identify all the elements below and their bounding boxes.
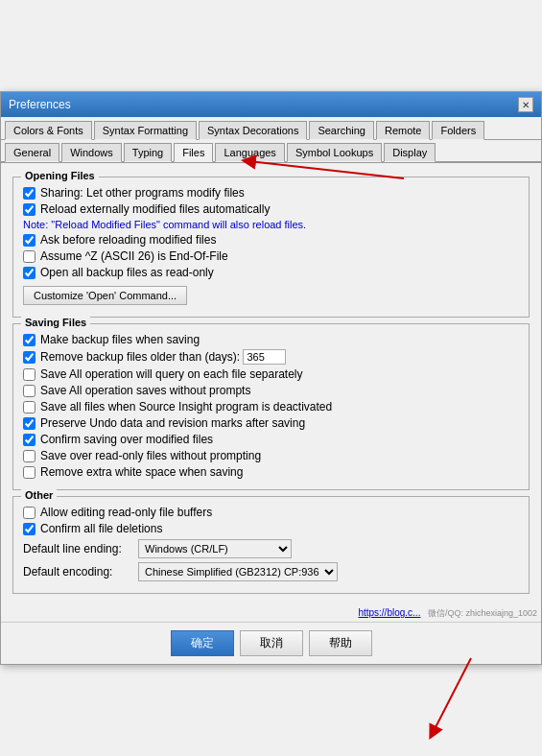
make-backup-label: Make backup files when saving bbox=[40, 333, 200, 346]
make-backup-row: Make backup files when saving bbox=[23, 333, 519, 346]
confirm-saving-label: Confirm saving over modified files bbox=[40, 433, 213, 446]
saveall-noprompt-label: Save All operation saves without prompts bbox=[40, 384, 250, 397]
saveall-deactivated-label: Save all files when Source Insight progr… bbox=[40, 400, 332, 413]
backup-days-input[interactable] bbox=[243, 349, 286, 365]
backup-checkbox[interactable] bbox=[23, 267, 35, 279]
ask-label: Ask before reloading modified files bbox=[40, 233, 216, 247]
customize-open-button[interactable]: Customize 'Open' Command... bbox=[23, 286, 187, 305]
footer: 确定 取消 帮助 bbox=[1, 622, 541, 664]
confirm-button[interactable]: 确定 bbox=[171, 630, 234, 656]
saveall-query-checkbox[interactable] bbox=[23, 368, 35, 381]
sharing-checkbox[interactable] bbox=[23, 187, 35, 200]
assume-row: Assume ^Z (ASCII 26) is End-Of-File bbox=[23, 249, 519, 263]
saveall-query-row: Save All operation will query on each fi… bbox=[23, 367, 519, 381]
ask-checkbox[interactable] bbox=[23, 234, 35, 247]
title-bar: Preferences ✕ bbox=[1, 92, 541, 117]
remove-whitespace-checkbox[interactable] bbox=[23, 466, 35, 479]
encoding-row: Default encoding: Chinese Simplified (GB… bbox=[23, 562, 519, 581]
tab-row-1: Colors & Fonts Syntax Formatting Syntax … bbox=[1, 117, 541, 140]
opening-files-section: Opening Files Sharing: Let other program… bbox=[12, 177, 530, 318]
tab-display[interactable]: Display bbox=[384, 143, 436, 162]
tab-windows[interactable]: Windows bbox=[61, 143, 122, 162]
tab-remote[interactable]: Remote bbox=[376, 121, 431, 140]
tab-syntax-decorations[interactable]: Syntax Decorations bbox=[199, 121, 307, 140]
backup-row: Open all backup files as read-only bbox=[23, 266, 519, 279]
make-backup-checkbox[interactable] bbox=[23, 334, 35, 346]
watermark-text: 微信/QQ: zhichexiajng_1002 bbox=[428, 608, 537, 618]
assume-checkbox[interactable] bbox=[23, 250, 35, 263]
confirm-saving-checkbox[interactable] bbox=[23, 434, 35, 446]
remove-backup-label: Remove backup files older than (days): bbox=[40, 350, 243, 364]
watermark-link[interactable]: https://blog.c... bbox=[358, 607, 420, 618]
saving-files-section: Saving Files Make backup files when savi… bbox=[12, 323, 530, 490]
tab-general[interactable]: General bbox=[5, 143, 59, 162]
saveall-query-label: Save All operation will query on each fi… bbox=[40, 367, 303, 381]
remove-backup-row: Remove backup files older than (days): bbox=[23, 349, 519, 365]
remove-whitespace-row: Remove extra white space when saving bbox=[23, 465, 519, 479]
saving-files-label: Saving Files bbox=[21, 317, 90, 328]
allow-editing-label: Allow editing read-only file buffers bbox=[40, 506, 212, 519]
line-ending-row: Default line ending: Windows (CR/LF) Uni… bbox=[23, 539, 519, 558]
tab-colors-fonts[interactable]: Colors & Fonts bbox=[5, 121, 92, 140]
ask-row: Ask before reloading modified files bbox=[23, 233, 519, 247]
confirm-saving-row: Confirm saving over modified files bbox=[23, 433, 519, 446]
tab-searching[interactable]: Searching bbox=[309, 121, 374, 140]
encoding-select[interactable]: Chinese Simplified (GB2312) CP:936 UTF-8… bbox=[138, 562, 338, 581]
reload-note: Note: "Reload Modified Files" command wi… bbox=[23, 219, 519, 230]
remove-backup-checkbox[interactable] bbox=[23, 351, 35, 364]
svg-line-1 bbox=[433, 658, 471, 733]
tab-syntax-formatting[interactable]: Syntax Formatting bbox=[94, 121, 197, 140]
reload-checkbox[interactable] bbox=[23, 203, 35, 216]
preserve-undo-row: Preserve Undo data and revision marks af… bbox=[23, 416, 519, 430]
tab-files[interactable]: Files bbox=[174, 143, 213, 162]
watermark: https://blog.c... 微信/QQ: zhichexiajng_10… bbox=[1, 607, 541, 622]
reload-row: Reload externally modified files automat… bbox=[23, 202, 519, 216]
saveall-deactivated-checkbox[interactable] bbox=[23, 401, 35, 413]
allow-editing-row: Allow editing read-only file buffers bbox=[23, 506, 519, 519]
tab-row-2: General Windows Typing Files Languages S… bbox=[1, 140, 541, 163]
saveall-deactivated-row: Save all files when Source Insight progr… bbox=[23, 400, 519, 413]
encoding-label: Default encoding: bbox=[23, 565, 138, 579]
allow-editing-checkbox[interactable] bbox=[23, 507, 35, 519]
tab-typing[interactable]: Typing bbox=[124, 143, 172, 162]
sharing-label: Sharing: Let other programs modify files bbox=[40, 186, 245, 200]
window-title: Preferences bbox=[9, 98, 71, 111]
sharing-row: Sharing: Let other programs modify files bbox=[23, 186, 519, 200]
backup-label: Open all backup files as read-only bbox=[40, 266, 214, 279]
save-readonly-checkbox[interactable] bbox=[23, 450, 35, 462]
saveall-noprompt-checkbox[interactable] bbox=[23, 385, 35, 397]
cancel-button[interactable]: 取消 bbox=[240, 630, 303, 656]
preserve-undo-label: Preserve Undo data and revision marks af… bbox=[40, 416, 305, 430]
other-section: Other Allow editing read-only file buffe… bbox=[12, 496, 530, 594]
assume-label: Assume ^Z (ASCII 26) is End-Of-File bbox=[40, 249, 228, 263]
preferences-window: Preferences ✕ Colors & Fonts Syntax Form… bbox=[0, 91, 542, 665]
line-ending-label: Default line ending: bbox=[23, 542, 138, 555]
reload-label: Reload externally modified files automat… bbox=[40, 202, 270, 216]
confirm-delete-label: Confirm all file deletions bbox=[40, 522, 162, 535]
content-area: Opening Files Sharing: Let other program… bbox=[1, 163, 541, 607]
tab-symbol-lookups[interactable]: Symbol Lookups bbox=[287, 143, 382, 162]
opening-files-label: Opening Files bbox=[21, 170, 99, 181]
line-ending-select[interactable]: Windows (CR/LF) Unix (LF) Mac (CR) bbox=[138, 539, 292, 558]
close-button[interactable]: ✕ bbox=[518, 97, 533, 112]
tab-languages[interactable]: Languages bbox=[215, 143, 284, 162]
confirm-delete-row: Confirm all file deletions bbox=[23, 522, 519, 535]
confirm-delete-checkbox[interactable] bbox=[23, 523, 35, 535]
remove-whitespace-label: Remove extra white space when saving bbox=[40, 465, 243, 479]
save-readonly-row: Save over read-only files without prompt… bbox=[23, 449, 519, 462]
saveall-noprompt-row: Save All operation saves without prompts bbox=[23, 384, 519, 397]
other-label: Other bbox=[21, 489, 57, 501]
preserve-undo-checkbox[interactable] bbox=[23, 417, 35, 430]
help-button[interactable]: 帮助 bbox=[309, 630, 372, 656]
tab-folders[interactable]: Folders bbox=[432, 121, 484, 140]
save-readonly-label: Save over read-only files without prompt… bbox=[40, 449, 261, 462]
